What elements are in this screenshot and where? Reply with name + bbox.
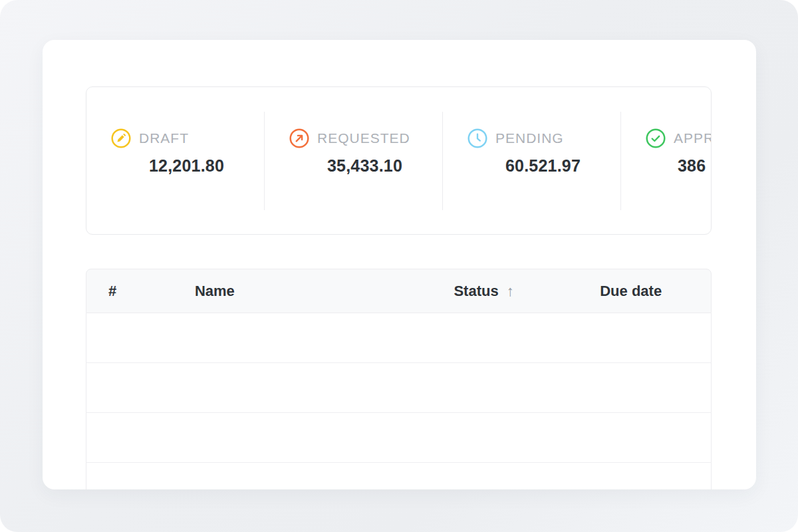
table-row [86, 363, 712, 413]
column-header-due-date[interactable]: Due date [578, 283, 711, 300]
check-circle-icon [646, 128, 666, 148]
table-row [86, 413, 712, 463]
arrow-up-right-icon [289, 128, 309, 148]
column-header-name[interactable]: Name [173, 283, 432, 300]
sort-ascending-icon: ↑ [507, 284, 514, 299]
stat-value: 12,201.80 [86, 156, 264, 176]
stat-label: REQUESTED [317, 130, 410, 146]
table-header-row: # Name Status ↑ Due date [86, 269, 712, 313]
stats-row: DRAFT 12,201.80 REQUESTED 35,433.10 [86, 87, 711, 234]
pencil-icon [111, 128, 131, 148]
stat-pending[interactable]: PENDING 60.521.97 [443, 87, 620, 234]
column-header-status[interactable]: Status ↑ [432, 283, 578, 300]
clock-icon [467, 128, 487, 148]
stat-approved[interactable]: APPROVED 386 [621, 87, 712, 234]
stat-label: DRAFT [139, 130, 189, 146]
column-header-number[interactable]: # [86, 283, 173, 300]
stat-draft[interactable]: DRAFT 12,201.80 [86, 87, 264, 234]
stat-label: PENDING [495, 130, 564, 146]
main-panel: DRAFT 12,201.80 REQUESTED 35,433.10 [43, 40, 756, 489]
stat-value: 60.521.97 [443, 156, 620, 176]
stat-requested[interactable]: REQUESTED 35,433.10 [265, 87, 442, 234]
column-header-status-label: Status [454, 283, 498, 300]
stat-value: 386 [621, 156, 712, 176]
documents-table: # Name Status ↑ Due date [86, 269, 712, 489]
stat-label: APPROVED [674, 130, 712, 146]
summary-stats-card: DRAFT 12,201.80 REQUESTED 35,433.10 [86, 86, 712, 235]
table-row [86, 313, 712, 363]
stat-value: 35,433.10 [265, 156, 442, 176]
table-row [86, 463, 712, 489]
